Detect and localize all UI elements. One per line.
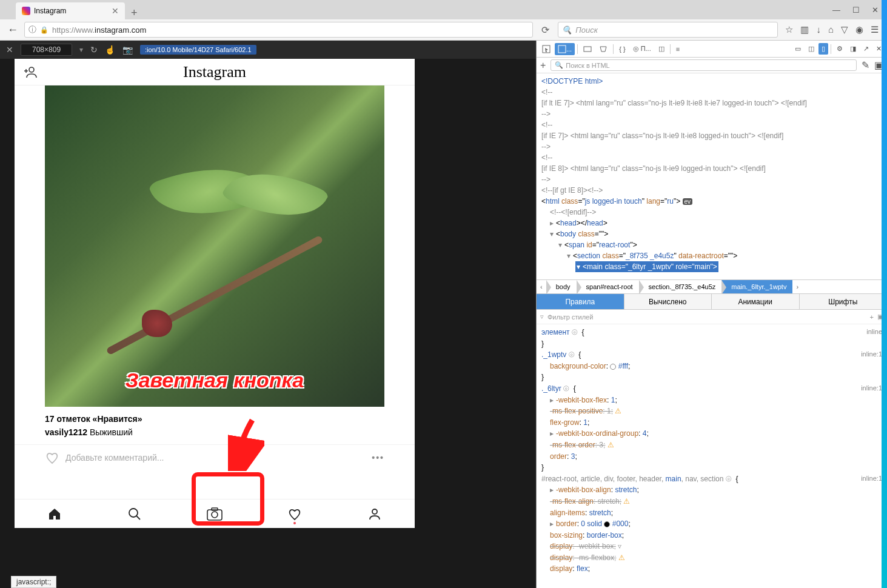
comment-input-row: Добавьте комментарий... ••• xyxy=(15,444,415,470)
shield-icon[interactable]: ◉ xyxy=(855,24,863,35)
filter-placeholder[interactable]: Фильтр стилей xyxy=(547,313,593,321)
filter-icon: ▿ xyxy=(540,313,544,321)
dock-side-icon[interactable]: ◨ xyxy=(847,43,859,55)
inspector-icon[interactable] xyxy=(539,43,554,55)
dock-popout-icon[interactable]: ↗ xyxy=(860,43,872,55)
menu-icon[interactable]: ☰ xyxy=(871,24,879,35)
performance-icon[interactable]: { } xyxy=(616,44,628,55)
new-tab-button[interactable]: + xyxy=(125,7,144,19)
browser-tab[interactable]: Instagram ✕ xyxy=(16,2,125,19)
tab-title: Instagram xyxy=(34,7,66,15)
bookmark-star-icon[interactable]: ☆ xyxy=(785,24,793,35)
style-editor-icon[interactable] xyxy=(596,43,611,55)
rdm-user-agent[interactable]: :ion/10.0 Mobile/14D27 Safari/602.1 xyxy=(140,45,256,55)
debugger-icon[interactable] xyxy=(580,43,595,55)
rdm-close-button[interactable]: ✕ xyxy=(6,45,13,55)
browser-search-field[interactable]: 🔍 Поиск xyxy=(558,22,778,38)
html-search-input[interactable]: 🔍 Поиск в HTML xyxy=(551,59,857,71)
styles-panel[interactable]: элемент ⦾ {inline } ._1wptv ⦾ {inline:1 … xyxy=(537,324,887,588)
instagram-favicon xyxy=(22,7,30,15)
search-placeholder: Поиск xyxy=(575,25,598,35)
instagram-logo: Instagram xyxy=(183,63,246,81)
rotate-icon[interactable]: ↻ xyxy=(90,45,98,55)
add-rule-icon[interactable]: + xyxy=(870,313,874,321)
breadcrumb-item[interactable]: span#react-root xyxy=(577,280,639,293)
url-text: https://www.instagram.com xyxy=(52,25,146,35)
devtools-pane: ... { } ◎ П... ◫ ≡ ▭ ◫ ▯ ⚙ ◨ ↗ ✕ + 🔍 Пои… xyxy=(536,41,887,588)
add-element-icon[interactable]: + xyxy=(540,60,546,71)
reload-button[interactable]: ⟳ xyxy=(537,24,554,36)
responsive-mode-icon[interactable]: ▯ xyxy=(818,43,828,55)
post-caption: vasily1212 Выживший xyxy=(45,427,384,437)
responsive-design-pane: ✕ 708×809 ▾ ↻ ☝ 📷 :ion/10.0 Mobile/14D27… xyxy=(0,41,536,588)
html-tree[interactable]: <!DOCTYPE html> <!-- [if lt IE 7]> <html… xyxy=(537,73,887,279)
breadcrumb-item[interactable]: section._8f735._e4u5z xyxy=(639,280,722,293)
nav-camera-icon[interactable] xyxy=(175,499,255,528)
fonts-tab[interactable]: Шрифты xyxy=(800,294,888,309)
window-edge-accent xyxy=(882,0,887,588)
console-icon[interactable]: ... xyxy=(555,43,575,55)
nav-search-icon[interactable] xyxy=(95,499,175,528)
inspector-sub-toolbar: + 🔍 Поиск в HTML ✎ ▣ xyxy=(537,58,887,73)
add-friend-icon[interactable] xyxy=(23,65,38,79)
svg-rect-9 xyxy=(584,47,591,52)
search-icon: 🔍 xyxy=(555,61,563,69)
comment-placeholder[interactable]: Добавьте комментарий... xyxy=(65,453,164,463)
phone-viewport-wrap: Instagram Заветная кнопка 17 отметок «Нр… xyxy=(0,59,536,588)
computed-tab[interactable]: Вычислено xyxy=(624,294,712,309)
rdm-dropdown-icon[interactable]: ▾ xyxy=(79,45,83,54)
screenshot-icon[interactable]: 📷 xyxy=(122,45,133,55)
close-tab-icon[interactable]: ✕ xyxy=(112,6,119,16)
post-photo[interactable]: Заветная кнопка xyxy=(45,85,384,407)
browser-toolbar: ☆ ▥ ↓ ⌂ ▽ ◉ ☰ xyxy=(782,24,882,35)
likes-count[interactable]: 17 отметок «Нравится» xyxy=(45,414,384,424)
edit-html-icon[interactable]: ✎ xyxy=(862,59,869,71)
html-breadcrumb: ‹ body span#react-root section._8f735._e… xyxy=(537,279,887,294)
lock-icon: 🔒 xyxy=(40,26,49,34)
back-button[interactable]: ← xyxy=(5,22,21,38)
touch-icon[interactable]: ☝ xyxy=(105,45,115,55)
site-info-icon[interactable]: ⓘ xyxy=(28,24,36,35)
storage-icon[interactable]: ≡ xyxy=(673,44,683,55)
post-meta: 17 отметок «Нравится» vasily1212 Выживши… xyxy=(15,407,415,444)
downloads-icon[interactable]: ↓ xyxy=(816,24,821,35)
url-field[interactable]: ⓘ 🔒 https://www.instagram.com xyxy=(24,22,533,38)
settings-icon[interactable]: ⚙ xyxy=(834,43,846,55)
svg-line-2 xyxy=(136,516,140,520)
browser-chrome: Instagram ✕ + — ☐ ✕ ← ⓘ 🔒 https://www.in… xyxy=(0,0,887,41)
svg-point-0 xyxy=(29,67,34,72)
post-caption-text: Выживший xyxy=(90,427,133,437)
network-icon[interactable]: ◫ xyxy=(655,43,668,55)
url-bar: ← ⓘ 🔒 https://www.instagram.com ⟳ 🔍 Поис… xyxy=(0,19,887,40)
svg-point-4 xyxy=(212,512,218,518)
rdm-dimensions-select[interactable]: 708×809 xyxy=(21,44,72,56)
home-icon[interactable]: ⌂ xyxy=(828,24,834,35)
split-view-icon[interactable]: ◫ xyxy=(805,43,817,55)
nav-activity-icon[interactable] xyxy=(255,499,335,528)
more-options-icon[interactable]: ••• xyxy=(372,453,384,463)
svg-rect-5 xyxy=(212,508,218,510)
maximize-button[interactable]: ☐ xyxy=(852,5,860,15)
nav-home-icon[interactable] xyxy=(15,499,95,528)
breadcrumb-item[interactable]: body xyxy=(546,280,577,293)
breadcrumb-item-active[interactable]: main._6ltyr._1wptv xyxy=(721,280,792,293)
instagram-bottom-nav xyxy=(15,499,415,528)
activity-dot xyxy=(293,522,296,524)
breadcrumb-next-icon[interactable]: › xyxy=(792,283,802,290)
heart-icon[interactable] xyxy=(45,451,59,464)
breadcrumb-prev-icon[interactable]: ‹ xyxy=(537,283,546,290)
rules-tab[interactable]: Правила xyxy=(537,294,624,309)
library-icon[interactable]: ▥ xyxy=(800,24,809,35)
main-split: ✕ 708×809 ▾ ↻ ☝ 📷 :ion/10.0 Mobile/14D27… xyxy=(0,41,887,588)
minimize-button[interactable]: — xyxy=(832,5,840,15)
svg-rect-8 xyxy=(558,45,566,53)
search-icon: 🔍 xyxy=(562,25,572,35)
pocket-icon[interactable]: ▽ xyxy=(841,24,848,35)
styles-tabs: Правила Вычислено Анимации Шрифты xyxy=(537,294,887,310)
nav-profile-icon[interactable] xyxy=(335,499,415,528)
close-window-button[interactable]: ✕ xyxy=(872,5,879,15)
post-username[interactable]: vasily1212 xyxy=(45,427,87,437)
animations-tab[interactable]: Анимации xyxy=(712,294,800,309)
iframe-select-icon[interactable]: ▭ xyxy=(792,43,804,55)
memory-icon[interactable]: ◎ П... xyxy=(630,43,654,55)
